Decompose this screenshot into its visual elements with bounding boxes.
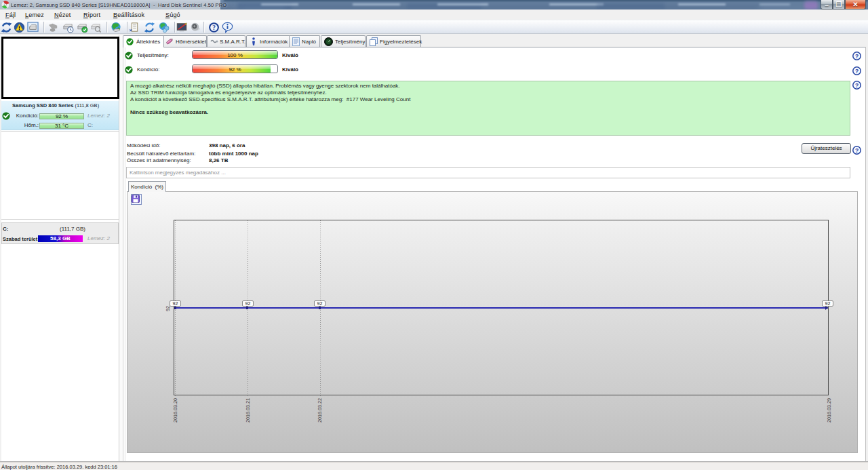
svg-text:?: ? (855, 82, 859, 89)
svg-text:?: ? (855, 53, 859, 60)
svg-text:?: ? (855, 68, 859, 75)
svg-text:?: ? (855, 147, 859, 154)
svg-text:?: ? (212, 24, 216, 31)
